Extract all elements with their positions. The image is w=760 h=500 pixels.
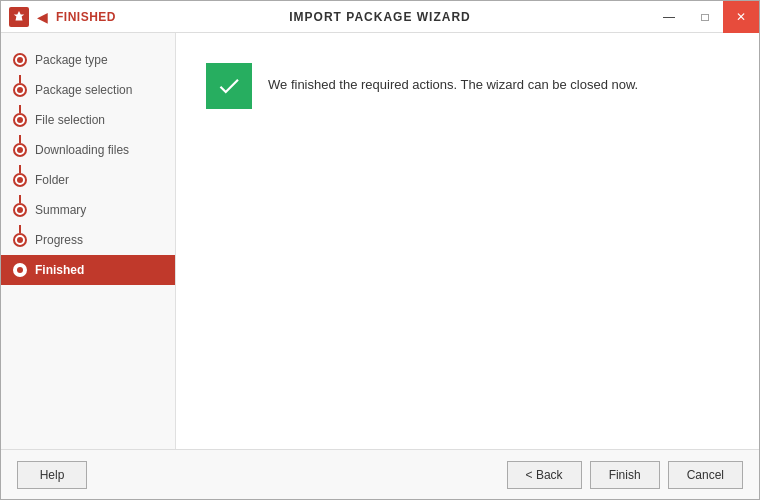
main-window: ◀ FINISHED IMPORT PACKAGE WIZARD — □ ✕ P… (0, 0, 760, 500)
step-circle-summary (13, 203, 27, 217)
sidebar-label-finished: Finished (35, 263, 84, 277)
step-dot (17, 87, 23, 93)
cancel-button[interactable]: Cancel (668, 461, 743, 489)
step-circle-package-type (13, 53, 27, 67)
current-step-label: FINISHED (56, 10, 116, 24)
sidebar-item-package-type[interactable]: Package type (1, 45, 175, 75)
window-controls: — □ ✕ (651, 1, 759, 33)
sidebar: Package type Package selection File sele… (1, 33, 176, 449)
step-circle-folder (13, 173, 27, 187)
step-circle-file-selection (13, 113, 27, 127)
title-bar: ◀ FINISHED IMPORT PACKAGE WIZARD — □ ✕ (1, 1, 759, 33)
window-title: IMPORT PACKAGE WIZARD (289, 10, 470, 24)
footer-right: < Back Finish Cancel (507, 461, 743, 489)
sidebar-item-file-selection[interactable]: File selection (1, 105, 175, 135)
step-circle-downloading-files (13, 143, 27, 157)
step-dot (17, 207, 23, 213)
sidebar-label-file-selection: File selection (35, 113, 105, 127)
sidebar-item-summary[interactable]: Summary (1, 195, 175, 225)
sidebar-label-package-selection: Package selection (35, 83, 132, 97)
step-dot (17, 57, 23, 63)
step-circle-package-selection (13, 83, 27, 97)
step-dot (17, 177, 23, 183)
footer-left: Help (17, 461, 87, 489)
sidebar-item-package-selection[interactable]: Package selection (1, 75, 175, 105)
sidebar-label-package-type: Package type (35, 53, 108, 67)
maximize-button[interactable]: □ (687, 1, 723, 33)
back-arrow-icon[interactable]: ◀ (37, 9, 48, 25)
sidebar-item-progress[interactable]: Progress (1, 225, 175, 255)
step-circle-finished (13, 263, 27, 277)
success-icon-box (206, 63, 252, 109)
title-bar-left: ◀ FINISHED (9, 7, 116, 27)
close-button[interactable]: ✕ (723, 1, 759, 33)
sidebar-item-downloading-files[interactable]: Downloading files (1, 135, 175, 165)
sidebar-label-summary: Summary (35, 203, 86, 217)
content-area: Package type Package selection File sele… (1, 33, 759, 449)
checkmark-icon (216, 73, 242, 99)
step-dot-finished (17, 267, 23, 273)
success-card: We finished the required actions. The wi… (206, 63, 729, 109)
sidebar-label-progress: Progress (35, 233, 83, 247)
footer: Help < Back Finish Cancel (1, 449, 759, 499)
step-circle-progress (13, 233, 27, 247)
main-content: We finished the required actions. The wi… (176, 33, 759, 449)
step-dot (17, 237, 23, 243)
success-message: We finished the required actions. The wi… (268, 63, 638, 95)
back-button[interactable]: < Back (507, 461, 582, 489)
sidebar-item-finished[interactable]: Finished (1, 255, 175, 285)
sidebar-label-downloading-files: Downloading files (35, 143, 129, 157)
step-dot (17, 117, 23, 123)
minimize-button[interactable]: — (651, 1, 687, 33)
sidebar-item-folder[interactable]: Folder (1, 165, 175, 195)
trophy-icon (12, 10, 26, 24)
help-button[interactable]: Help (17, 461, 87, 489)
finish-button[interactable]: Finish (590, 461, 660, 489)
sidebar-label-folder: Folder (35, 173, 69, 187)
app-icon (9, 7, 29, 27)
step-dot (17, 147, 23, 153)
